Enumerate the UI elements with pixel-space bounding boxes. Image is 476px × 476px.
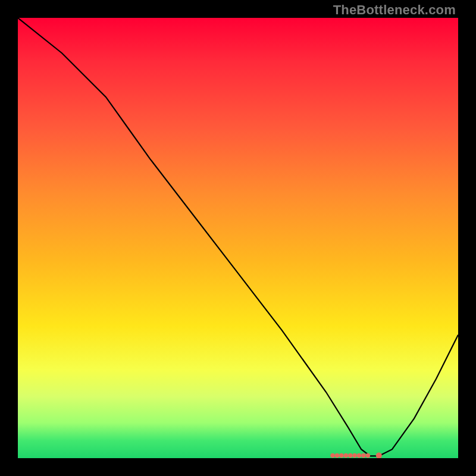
marker-dot: [366, 453, 371, 458]
marker-dot: [357, 453, 362, 458]
marker-dot: [352, 453, 357, 458]
chart-frame: TheBottleneck.com: [0, 0, 476, 476]
marker-dot: [361, 453, 366, 458]
sample-dots: [330, 453, 382, 458]
marker-dot: [335, 453, 340, 458]
plot-area: [18, 18, 458, 458]
marker-dot: [330, 453, 335, 458]
marker-layer: [18, 18, 458, 458]
marker-dot: [376, 453, 382, 458]
marker-dot: [344, 453, 349, 458]
attribution-text: TheBottleneck.com: [333, 2, 456, 18]
marker-dot: [348, 453, 353, 458]
marker-dot: [339, 453, 344, 458]
